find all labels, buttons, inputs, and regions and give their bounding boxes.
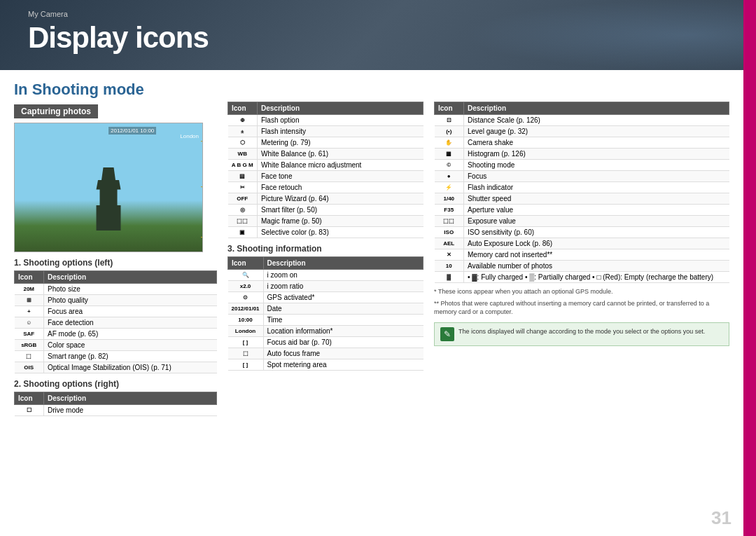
table-row: ⬚Auto focus frame bbox=[228, 348, 424, 359]
table-row: x2.0i zoom ratio bbox=[228, 281, 424, 292]
note-icon: ✎ bbox=[440, 327, 454, 341]
note-content: The icons displayed will change accordin… bbox=[458, 327, 705, 337]
right-column: Icon Description ⊡Distance Scale (p. 126… bbox=[434, 81, 729, 529]
desc-cell: i zoom ratio bbox=[263, 281, 423, 292]
icon-cell: F35 bbox=[435, 205, 464, 216]
icon-cell: OFF bbox=[228, 193, 258, 205]
table-row: SAFAF mode (p. 65) bbox=[15, 329, 217, 340]
left-column: In Shooting mode Capturing photos 2012/0… bbox=[14, 81, 217, 529]
icon-cell: SAF bbox=[15, 329, 44, 340]
section2-table: Icon Description ☐Drive mode bbox=[14, 392, 217, 416]
table-row: ⬚Smart range (p. 82) bbox=[15, 351, 217, 362]
capturing-photos-badge: Capturing photos bbox=[14, 104, 98, 118]
icon-cell: (•) bbox=[435, 126, 464, 137]
desc-cell: Focus aid bar (p. 70) bbox=[263, 337, 423, 348]
icon-cell: ☐ bbox=[15, 405, 44, 416]
table-row: sRGBColor space bbox=[15, 340, 217, 351]
icon-cell: ◎ bbox=[228, 205, 258, 216]
table-row: A B G MWhite Balance micro adjustment bbox=[228, 160, 424, 171]
table-row: 🔍i zoom on bbox=[228, 270, 424, 281]
table-row: 10:00Time bbox=[228, 315, 424, 326]
icon-cell: 🔍 bbox=[228, 270, 264, 281]
desc-cell: GPS activated* bbox=[263, 292, 423, 303]
table-row: ⊙GPS activated* bbox=[228, 292, 424, 303]
table-row: ⊞Photo quality bbox=[15, 295, 217, 306]
desc-cell: • ▓: Fully charged • ▒: Partially charge… bbox=[464, 272, 729, 283]
icon-cell: ⚡ bbox=[435, 182, 464, 193]
desc-cell: Auto focus frame bbox=[263, 348, 423, 359]
arrow-2: — bbox=[201, 183, 203, 191]
table-row: ⊡Distance Scale (p. 126) bbox=[435, 115, 729, 126]
table-row: LondonLocation information* bbox=[228, 326, 424, 337]
table-row: +Focus area bbox=[15, 306, 217, 317]
icon-cell: ⬚ bbox=[15, 351, 44, 362]
icon-cell: ⬚ bbox=[228, 348, 264, 359]
note-box: ✎ The icons displayed will change accord… bbox=[434, 322, 729, 346]
footnote-1: * These icons appear when you attach an … bbox=[434, 287, 729, 296]
page-title: Display icons bbox=[28, 21, 209, 55]
desc-cell: ISO sensitivity (p. 60) bbox=[464, 227, 729, 238]
icon-cell: sRGB bbox=[15, 340, 44, 351]
table-row: AELAuto Exposure Lock (p. 86) bbox=[435, 238, 729, 249]
desc-cell: Distance Scale (p. 126) bbox=[464, 115, 729, 126]
icon-cell: AEL bbox=[435, 238, 464, 249]
page-number: 31 bbox=[711, 507, 732, 529]
icon-cell: + bbox=[15, 306, 44, 317]
desc-cell: Focus bbox=[464, 171, 729, 182]
main-content: In Shooting mode Capturing photos 2012/0… bbox=[0, 70, 743, 536]
table-row: ⬚⬚Magic frame (p. 50) bbox=[228, 216, 424, 227]
icon-cell: ▦ bbox=[435, 149, 464, 160]
desc-cell: Color space bbox=[44, 340, 217, 351]
desc-cell: Photo size bbox=[44, 284, 217, 295]
section2-title: 2. Shooting options (right) bbox=[14, 379, 217, 389]
desc-cell: Auto Exposure Lock (p. 86) bbox=[464, 238, 729, 249]
table-row: ▤Face tone bbox=[228, 171, 424, 182]
table-row: WBWhite Balance (p. 61) bbox=[228, 149, 424, 160]
arrow-3: — bbox=[201, 233, 203, 241]
icon-cell: [ ] bbox=[228, 337, 264, 348]
table-row: OISOptical Image Stabilization (OIS) (p.… bbox=[15, 362, 217, 373]
table-row: OFFPicture Wizard (p. 64) bbox=[228, 193, 424, 205]
desc-cell: Selective color (p. 83) bbox=[258, 227, 424, 238]
desc-cell: Time bbox=[263, 315, 423, 326]
icon-cell: 10:00 bbox=[228, 315, 264, 326]
desc-cell: Memory card not inserted** bbox=[464, 249, 729, 261]
desc-cell: Available number of photos bbox=[464, 261, 729, 272]
table-row: ▣Selective color (p. 83) bbox=[228, 227, 424, 238]
icon-cell: ▣ bbox=[228, 227, 258, 238]
table-row: ✕Memory card not inserted** bbox=[435, 249, 729, 261]
accent-bar bbox=[743, 0, 756, 536]
desc-cell: Photo quality bbox=[44, 295, 217, 306]
icon-cell: © bbox=[435, 160, 464, 171]
icon-cell: ✕ bbox=[435, 249, 464, 261]
desc-cell: Shooting mode bbox=[464, 160, 729, 171]
desc-cell: Date bbox=[263, 303, 423, 315]
table-row: ±Flash intensity bbox=[228, 126, 424, 137]
preview-location: London bbox=[180, 133, 199, 139]
icon-cell: London bbox=[228, 326, 264, 337]
icon-cell: 1/40 bbox=[435, 193, 464, 205]
desc-cell: White Balance micro adjustment bbox=[258, 160, 424, 171]
icon-cell: ⊡ bbox=[435, 115, 464, 126]
section1-table: Icon Description 20MPhoto size⊞Photo qua… bbox=[14, 270, 217, 373]
table-row: ◎Smart filter (p. 50) bbox=[228, 205, 424, 216]
table-row: ☺Face detection bbox=[15, 317, 217, 329]
table-row: [ ]Spot metering area bbox=[228, 359, 424, 371]
table-row: ▦Histogram (p. 126) bbox=[435, 149, 729, 160]
icon-cell: ✋ bbox=[435, 137, 464, 149]
table-row: ⬡Metering (p. 79) bbox=[228, 137, 424, 149]
table-row: ISOISO sensitivity (p. 60) bbox=[435, 227, 729, 238]
icon-cell: 10 bbox=[435, 261, 464, 272]
icon-cell: ⬚⬚ bbox=[228, 216, 258, 227]
table-row: ©Shooting mode bbox=[435, 160, 729, 171]
icon-cell: [ ] bbox=[228, 359, 264, 371]
desc-cell: Location information* bbox=[263, 326, 423, 337]
icon-cell: ▤ bbox=[228, 171, 258, 182]
icon-cell: A B G M bbox=[228, 160, 258, 171]
desc-cell: White Balance (p. 61) bbox=[258, 149, 424, 160]
desc-cell: Magic frame (p. 50) bbox=[258, 216, 424, 227]
icon-cell: ☺ bbox=[15, 317, 44, 329]
icon-cell: ● bbox=[435, 171, 464, 182]
desc-cell: i zoom on bbox=[263, 270, 423, 281]
table-row: ●Focus bbox=[435, 171, 729, 182]
